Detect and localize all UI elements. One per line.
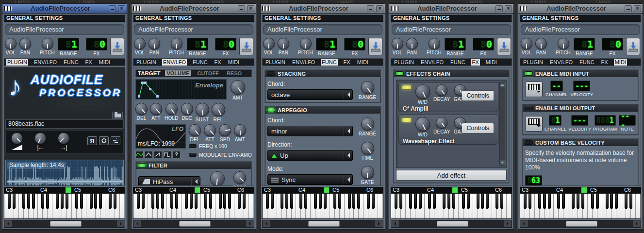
piano-key-black[interactable] bbox=[572, 194, 575, 209]
tab-plugin[interactable]: PLUGIN bbox=[6, 59, 28, 66]
scrollbar-track[interactable] bbox=[528, 220, 633, 227]
reso-knob[interactable] bbox=[233, 171, 246, 184]
base-velocity-display[interactable]: 63 bbox=[525, 175, 542, 186]
piano-key-black[interactable] bbox=[94, 194, 97, 209]
close-button[interactable]: × bbox=[118, 5, 125, 12]
piano-key-black[interactable] bbox=[357, 194, 360, 209]
piano-key-black[interactable] bbox=[238, 194, 241, 209]
pitch-knob[interactable] bbox=[171, 38, 182, 50]
piano-key-white[interactable] bbox=[378, 194, 383, 218]
keyboard-scrollbar[interactable] bbox=[4, 220, 125, 228]
piano-key-black[interactable] bbox=[486, 194, 489, 209]
piano-key-black[interactable] bbox=[175, 194, 178, 209]
tab-func[interactable]: FUNC bbox=[449, 59, 466, 66]
effect-enable-led[interactable] bbox=[402, 85, 412, 90]
titlebar[interactable]: AudioFileProcessor × bbox=[2, 4, 127, 14]
piano-key-black[interactable] bbox=[495, 194, 498, 209]
piano-key-black[interactable] bbox=[142, 194, 145, 209]
target-volume[interactable]: VOLUME bbox=[165, 70, 191, 76]
piano-key-black[interactable] bbox=[80, 194, 83, 209]
tab-midi[interactable]: MIDI bbox=[485, 59, 498, 66]
piano-key-black[interactable] bbox=[500, 194, 503, 209]
piano-key-black[interactable] bbox=[228, 194, 231, 209]
effects-chain-led[interactable] bbox=[396, 71, 404, 76]
piano-key-black[interactable] bbox=[266, 194, 269, 209]
freq-knob[interactable] bbox=[210, 171, 225, 186]
piano-key-black[interactable] bbox=[223, 194, 226, 209]
sust-knob[interactable] bbox=[196, 103, 209, 116]
piano-key-black[interactable] bbox=[557, 194, 560, 209]
tab-plugin[interactable]: PLUGIN bbox=[393, 59, 415, 66]
tab-envlfo[interactable]: ENV/LFO bbox=[33, 59, 58, 66]
close-button[interactable]: × bbox=[634, 5, 641, 12]
keyboard-scrollbar[interactable] bbox=[262, 220, 383, 228]
scrollbar-track[interactable] bbox=[12, 220, 117, 227]
midi-in-channel-display[interactable]: -- bbox=[550, 81, 563, 91]
arp-time-knob[interactable] bbox=[361, 142, 374, 155]
volume-knob[interactable] bbox=[392, 38, 403, 50]
piano-key-black[interactable] bbox=[32, 194, 35, 209]
pan-knob[interactable] bbox=[406, 38, 418, 50]
titlebar[interactable]: AudioFileProcessor × bbox=[261, 4, 385, 14]
scroll-up-button[interactable] bbox=[500, 83, 505, 87]
volume-knob[interactable] bbox=[5, 38, 17, 50]
tab-midi[interactable]: MIDI bbox=[227, 59, 240, 66]
tab-func[interactable]: FUNC bbox=[578, 59, 595, 66]
tab-envlfo[interactable]: ENV/LFO bbox=[420, 59, 445, 66]
titlebar[interactable]: AudioFileProcessor × bbox=[518, 4, 643, 14]
effect-row[interactable]: W/DDECAYGATE Controls C* AmpIII bbox=[398, 82, 498, 112]
piano-key-black[interactable] bbox=[348, 194, 351, 209]
piano-key-black[interactable] bbox=[27, 194, 30, 209]
piano-key-black[interactable] bbox=[137, 194, 140, 209]
piano-keyboard[interactable] bbox=[4, 193, 125, 219]
scroll-right-button[interactable] bbox=[375, 220, 383, 227]
save-preset-button[interactable] bbox=[110, 38, 124, 55]
piano-key-white[interactable] bbox=[249, 194, 254, 218]
pitch-knob[interactable] bbox=[429, 38, 440, 50]
piano-key-black[interactable] bbox=[414, 194, 417, 209]
piano-key-black[interactable] bbox=[56, 194, 59, 209]
piano-key-black[interactable] bbox=[75, 194, 78, 209]
modulate-env-checkbox[interactable]: MODULATE ENV-AMOUNT bbox=[189, 151, 252, 158]
keyboard-scrollbar[interactable] bbox=[391, 220, 512, 228]
del-knob[interactable] bbox=[135, 103, 148, 115]
piano-key-black[interactable] bbox=[319, 194, 322, 209]
piano-key-black[interactable] bbox=[610, 194, 613, 209]
piano-key-black[interactable] bbox=[629, 194, 632, 209]
piano-key-black[interactable] bbox=[467, 194, 470, 209]
scrollbar-track[interactable] bbox=[270, 220, 375, 227]
tab-envlfo[interactable]: ENV/LFO bbox=[162, 59, 187, 66]
filter-enable-led[interactable] bbox=[138, 163, 146, 167]
end-point-knob[interactable] bbox=[58, 133, 69, 144]
instrument-name-field[interactable]: AudioFileProcessor bbox=[134, 24, 253, 35]
tab-fx[interactable]: FX bbox=[214, 59, 222, 66]
lfo-graph[interactable]: LFO ms/LFO: 1999 bbox=[135, 124, 186, 149]
spd-knob[interactable] bbox=[219, 124, 231, 136]
arp-direction-combo[interactable]: Up bbox=[267, 150, 353, 161]
piano-key-black[interactable] bbox=[314, 194, 317, 209]
titlebar[interactable]: AudioFileProcessor × bbox=[389, 4, 513, 14]
instrument-name-field[interactable]: AudioFileProcessor bbox=[521, 24, 640, 35]
close-button[interactable]: × bbox=[376, 5, 383, 12]
envelope-graph[interactable]: Envelope bbox=[135, 79, 227, 100]
piano-key-black[interactable] bbox=[156, 194, 159, 209]
piano-key-black[interactable] bbox=[433, 194, 436, 209]
volume-knob[interactable] bbox=[263, 38, 275, 50]
scroll-left-button[interactable] bbox=[4, 220, 12, 227]
minimize-button[interactable] bbox=[109, 5, 116, 12]
stutter-button[interactable] bbox=[111, 136, 120, 145]
tab-fx[interactable]: FX bbox=[84, 59, 93, 66]
tab-plugin[interactable]: PLUGIN bbox=[135, 59, 157, 66]
effect-controls-button[interactable]: Controls bbox=[462, 90, 494, 101]
tab-plugin[interactable]: PLUGIN bbox=[522, 59, 544, 66]
piano-key-black[interactable] bbox=[581, 194, 584, 209]
scrollbar-track[interactable] bbox=[399, 220, 504, 227]
dec-knob[interactable] bbox=[181, 103, 193, 115]
piano-key-black[interactable] bbox=[66, 194, 68, 209]
att-knob[interactable] bbox=[204, 124, 216, 136]
arp-chord-combo[interactable]: minor bbox=[267, 126, 353, 136]
piano-keyboard[interactable] bbox=[391, 193, 512, 219]
piano-key-black[interactable] bbox=[271, 194, 274, 209]
saw-wave-button[interactable] bbox=[154, 151, 162, 158]
sine-wave-button[interactable] bbox=[135, 151, 144, 158]
